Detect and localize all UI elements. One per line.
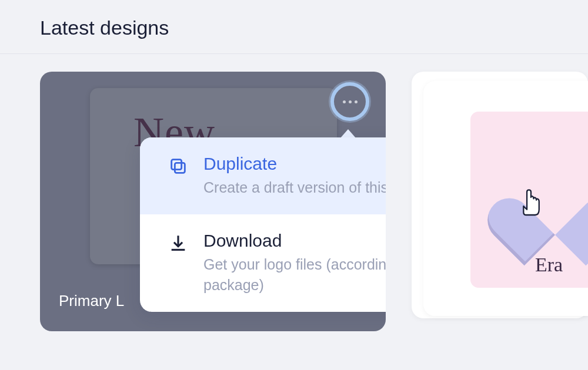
card-actions-dropdown: Duplicate Create a draft version of this… xyxy=(140,137,386,312)
menu-item-title: Download xyxy=(203,231,386,251)
menu-item-desc: Create a draft version of this logo xyxy=(203,177,386,198)
design-card-secondary[interactable]: Era xyxy=(412,72,588,331)
menu-item-text: Duplicate Create a draft version of this… xyxy=(203,154,386,198)
menu-item-text: Download Get your logo files (according … xyxy=(203,231,386,295)
ellipsis-icon xyxy=(343,100,358,103)
menu-item-title: Duplicate xyxy=(203,154,386,174)
designs-grid: New Duplicate Create a draft version of … xyxy=(0,54,588,72)
preview-text: Era xyxy=(535,254,563,276)
menu-item-duplicate[interactable]: Duplicate Create a draft version of this… xyxy=(140,137,386,214)
download-icon xyxy=(168,233,188,253)
svg-rect-1 xyxy=(172,160,182,170)
duplicate-icon xyxy=(168,156,188,176)
heart-icon xyxy=(521,170,588,235)
section-title: Latest designs xyxy=(0,0,588,54)
design-preview: Era xyxy=(470,112,588,288)
svg-rect-0 xyxy=(175,163,185,173)
design-card-primary[interactable]: New Duplicate Create a draft version of … xyxy=(40,72,386,331)
menu-item-download[interactable]: Download Get your logo files (according … xyxy=(140,214,386,312)
card-more-button[interactable] xyxy=(330,82,369,121)
menu-item-desc: Get your logo files (according to your p… xyxy=(203,254,386,295)
card-title: Primary L xyxy=(59,292,124,310)
